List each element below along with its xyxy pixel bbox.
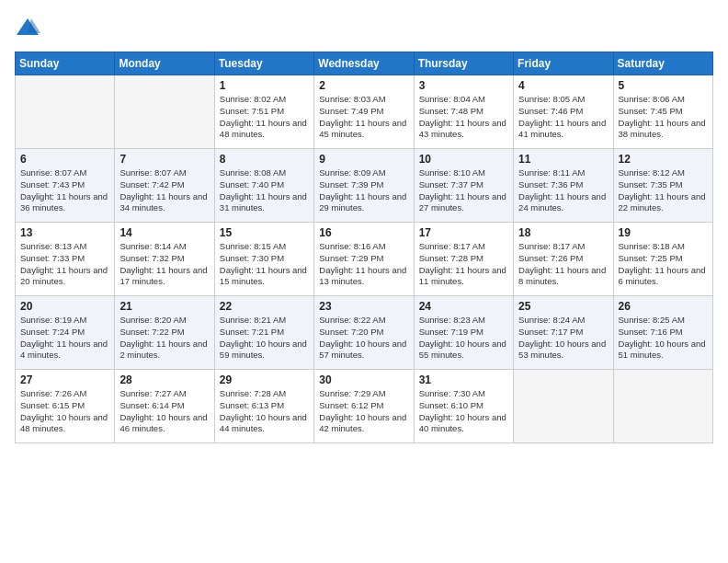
calendar-cell: 2Sunrise: 8:03 AM Sunset: 7:49 PM Daylig… (314, 75, 414, 149)
calendar-cell (115, 75, 214, 149)
day-number: 8 (220, 153, 309, 166)
weekday-header: Monday (115, 52, 214, 75)
weekday-header: Thursday (414, 52, 513, 75)
day-info: Sunrise: 8:20 AM Sunset: 7:22 PM Dayligh… (119, 315, 209, 362)
weekday-header: Sunday (16, 52, 115, 75)
day-number: 21 (119, 300, 209, 313)
day-info: Sunrise: 7:27 AM Sunset: 6:14 PM Dayligh… (119, 388, 209, 435)
day-info: Sunrise: 8:07 AM Sunset: 7:43 PM Dayligh… (20, 167, 109, 214)
svg-marker-1 (28, 18, 40, 33)
calendar-header-row: SundayMondayTuesdayWednesdayThursdayFrid… (16, 52, 713, 75)
calendar-cell: 3Sunrise: 8:04 AM Sunset: 7:48 PM Daylig… (414, 75, 513, 149)
day-info: Sunrise: 8:13 AM Sunset: 7:33 PM Dayligh… (20, 241, 109, 288)
calendar-cell: 30Sunrise: 7:29 AM Sunset: 6:12 PM Dayli… (314, 370, 414, 443)
day-info: Sunrise: 8:23 AM Sunset: 7:19 PM Dayligh… (419, 315, 508, 362)
logo (15, 15, 44, 40)
calendar-week-row: 6Sunrise: 8:07 AM Sunset: 7:43 PM Daylig… (16, 149, 713, 223)
calendar-cell: 1Sunrise: 8:02 AM Sunset: 7:51 PM Daylig… (214, 75, 313, 149)
day-info: Sunrise: 8:19 AM Sunset: 7:24 PM Dayligh… (20, 315, 109, 362)
day-number: 16 (319, 226, 408, 239)
calendar-week-row: 1Sunrise: 8:02 AM Sunset: 7:51 PM Daylig… (16, 75, 713, 149)
day-info: Sunrise: 8:05 AM Sunset: 7:46 PM Dayligh… (518, 94, 608, 141)
calendar-cell: 29Sunrise: 7:28 AM Sunset: 6:13 PM Dayli… (214, 370, 313, 443)
day-info: Sunrise: 8:17 AM Sunset: 7:28 PM Dayligh… (419, 241, 508, 288)
calendar-cell (613, 370, 712, 443)
day-number: 20 (20, 300, 109, 313)
day-info: Sunrise: 8:21 AM Sunset: 7:21 PM Dayligh… (220, 315, 309, 362)
calendar-cell: 11Sunrise: 8:11 AM Sunset: 7:36 PM Dayli… (514, 149, 613, 223)
day-info: Sunrise: 8:22 AM Sunset: 7:20 PM Dayligh… (319, 315, 408, 362)
calendar-cell: 26Sunrise: 8:25 AM Sunset: 7:16 PM Dayli… (613, 296, 712, 370)
calendar-cell: 31Sunrise: 7:30 AM Sunset: 6:10 PM Dayli… (414, 370, 513, 443)
day-number: 31 (419, 373, 508, 386)
day-number: 23 (319, 300, 408, 313)
day-number: 26 (619, 300, 708, 313)
day-info: Sunrise: 8:24 AM Sunset: 7:17 PM Dayligh… (518, 315, 608, 362)
calendar-cell: 5Sunrise: 8:06 AM Sunset: 7:45 PM Daylig… (613, 75, 712, 149)
day-info: Sunrise: 8:11 AM Sunset: 7:36 PM Dayligh… (518, 167, 608, 214)
day-number: 29 (220, 373, 309, 386)
calendar-week-row: 20Sunrise: 8:19 AM Sunset: 7:24 PM Dayli… (16, 296, 713, 370)
day-info: Sunrise: 8:04 AM Sunset: 7:48 PM Dayligh… (419, 94, 508, 141)
day-number: 14 (119, 226, 209, 239)
calendar-cell: 16Sunrise: 8:16 AM Sunset: 7:29 PM Dayli… (314, 223, 414, 296)
calendar-week-row: 13Sunrise: 8:13 AM Sunset: 7:33 PM Dayli… (16, 223, 713, 296)
calendar-cell: 17Sunrise: 8:17 AM Sunset: 7:28 PM Dayli… (414, 223, 513, 296)
day-info: Sunrise: 8:16 AM Sunset: 7:29 PM Dayligh… (319, 241, 408, 288)
day-number: 10 (419, 153, 508, 166)
day-info: Sunrise: 8:14 AM Sunset: 7:32 PM Dayligh… (119, 241, 209, 288)
calendar-cell (514, 370, 613, 443)
day-number: 17 (419, 226, 508, 239)
day-number: 15 (220, 226, 309, 239)
day-number: 11 (518, 153, 608, 166)
day-info: Sunrise: 8:02 AM Sunset: 7:51 PM Dayligh… (220, 94, 309, 141)
weekday-header: Friday (514, 52, 613, 75)
calendar-cell: 12Sunrise: 8:12 AM Sunset: 7:35 PM Dayli… (613, 149, 712, 223)
day-number: 6 (20, 153, 109, 166)
day-info: Sunrise: 8:03 AM Sunset: 7:49 PM Dayligh… (319, 94, 408, 141)
calendar-cell: 28Sunrise: 7:27 AM Sunset: 6:14 PM Dayli… (115, 370, 214, 443)
calendar-cell: 8Sunrise: 8:08 AM Sunset: 7:40 PM Daylig… (214, 149, 313, 223)
day-number: 9 (319, 153, 408, 166)
day-info: Sunrise: 8:15 AM Sunset: 7:30 PM Dayligh… (220, 241, 309, 288)
calendar-cell (16, 75, 115, 149)
day-info: Sunrise: 7:29 AM Sunset: 6:12 PM Dayligh… (319, 388, 408, 435)
calendar-cell: 20Sunrise: 8:19 AM Sunset: 7:24 PM Dayli… (16, 296, 115, 370)
day-info: Sunrise: 7:28 AM Sunset: 6:13 PM Dayligh… (220, 388, 309, 435)
day-number: 3 (419, 79, 508, 92)
calendar-cell: 7Sunrise: 8:07 AM Sunset: 7:42 PM Daylig… (115, 149, 214, 223)
page-header (15, 15, 713, 40)
day-number: 2 (319, 79, 408, 92)
day-info: Sunrise: 8:12 AM Sunset: 7:35 PM Dayligh… (619, 167, 708, 214)
calendar-table: SundayMondayTuesdayWednesdayThursdayFrid… (15, 52, 713, 443)
day-number: 5 (619, 79, 708, 92)
day-info: Sunrise: 8:06 AM Sunset: 7:45 PM Dayligh… (619, 94, 708, 141)
day-number: 4 (518, 79, 608, 92)
weekday-header: Wednesday (314, 52, 414, 75)
calendar-cell: 23Sunrise: 8:22 AM Sunset: 7:20 PM Dayli… (314, 296, 414, 370)
day-number: 25 (518, 300, 608, 313)
calendar-cell: 15Sunrise: 8:15 AM Sunset: 7:30 PM Dayli… (214, 223, 313, 296)
day-number: 22 (220, 300, 309, 313)
day-number: 1 (220, 79, 309, 92)
day-info: Sunrise: 8:18 AM Sunset: 7:25 PM Dayligh… (619, 241, 708, 288)
calendar-cell: 25Sunrise: 8:24 AM Sunset: 7:17 PM Dayli… (514, 296, 613, 370)
day-number: 24 (419, 300, 508, 313)
day-info: Sunrise: 8:07 AM Sunset: 7:42 PM Dayligh… (119, 167, 209, 214)
day-number: 13 (20, 226, 109, 239)
day-number: 19 (619, 226, 708, 239)
day-info: Sunrise: 8:09 AM Sunset: 7:39 PM Dayligh… (319, 167, 408, 214)
calendar-cell: 14Sunrise: 8:14 AM Sunset: 7:32 PM Dayli… (115, 223, 214, 296)
calendar-week-row: 27Sunrise: 7:26 AM Sunset: 6:15 PM Dayli… (16, 370, 713, 443)
day-number: 12 (619, 153, 708, 166)
calendar-cell: 21Sunrise: 8:20 AM Sunset: 7:22 PM Dayli… (115, 296, 214, 370)
day-info: Sunrise: 7:30 AM Sunset: 6:10 PM Dayligh… (419, 388, 508, 435)
calendar-cell: 10Sunrise: 8:10 AM Sunset: 7:37 PM Dayli… (414, 149, 513, 223)
logo-icon (15, 15, 40, 40)
day-info: Sunrise: 8:17 AM Sunset: 7:26 PM Dayligh… (518, 241, 608, 288)
calendar-cell: 13Sunrise: 8:13 AM Sunset: 7:33 PM Dayli… (16, 223, 115, 296)
day-info: Sunrise: 8:10 AM Sunset: 7:37 PM Dayligh… (419, 167, 508, 214)
day-info: Sunrise: 7:26 AM Sunset: 6:15 PM Dayligh… (20, 388, 109, 435)
day-number: 28 (119, 373, 209, 386)
calendar-cell: 9Sunrise: 8:09 AM Sunset: 7:39 PM Daylig… (314, 149, 414, 223)
